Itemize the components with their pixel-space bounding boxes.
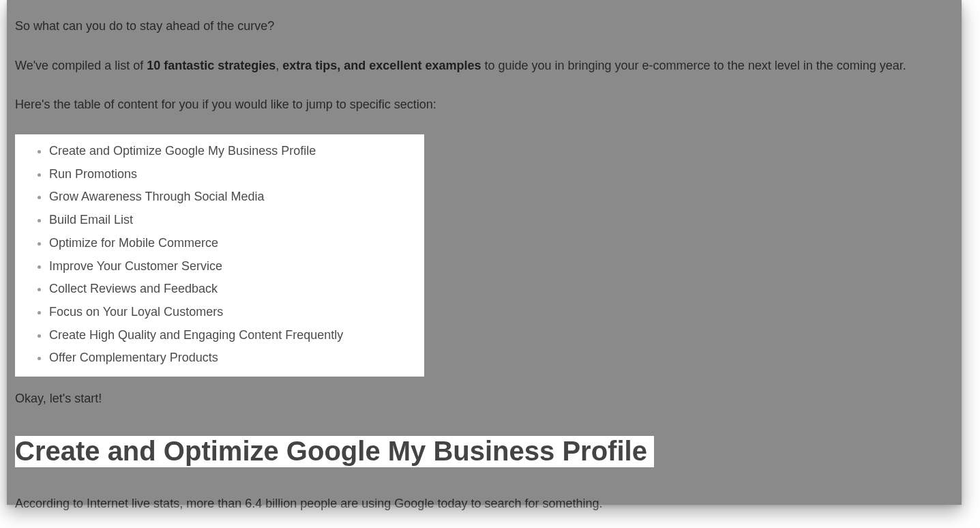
toc-item[interactable]: Collect Reviews and Feedback xyxy=(49,279,416,299)
toc-link[interactable]: Focus on Your Loyal Customers xyxy=(49,305,223,319)
intro-p2-bold1: 10 fantastic strategies xyxy=(147,59,276,72)
article-card: So what can you do to stay ahead of the … xyxy=(7,0,962,505)
toc-link[interactable]: Collect Reviews and Feedback xyxy=(49,282,218,295)
toc-item[interactable]: Create High Quality and Engaging Content… xyxy=(49,325,416,346)
toc-item[interactable]: Run Promotions xyxy=(49,164,416,185)
intro-p2-lead: We've compiled a list of xyxy=(15,59,147,72)
toc-link[interactable]: Create and Optimize Google My Business P… xyxy=(49,144,316,158)
article-content: So what can you do to stay ahead of the … xyxy=(15,16,953,528)
section-body-lead: According to xyxy=(15,497,87,510)
section-heading-text: Create and Optimize Google My Business P… xyxy=(15,436,654,467)
intro-p2-comma: , xyxy=(276,59,282,72)
after-toc-paragraph: Okay, let's start! xyxy=(15,389,953,409)
toc-link[interactable]: Build Email List xyxy=(49,213,133,226)
toc-link[interactable]: Grow Awareness Through Social Media xyxy=(49,190,265,203)
toc-link[interactable]: Improve Your Customer Service xyxy=(49,259,222,273)
intro-p2-bold2: extra tips, and excellent examples xyxy=(282,59,481,72)
toc-link[interactable]: Offer Complementary Products xyxy=(49,351,218,364)
toc-item[interactable]: Improve Your Customer Service xyxy=(49,256,416,277)
table-of-contents: Create and Optimize Google My Business P… xyxy=(15,134,424,377)
intro-p2-tail: to guide you in bringing your e-commerce… xyxy=(481,59,906,72)
intro-paragraph-2: We've compiled a list of 10 fantastic st… xyxy=(15,56,953,76)
toc-link[interactable]: Run Promotions xyxy=(49,167,137,181)
toc-item[interactable]: Focus on Your Loyal Customers xyxy=(49,302,416,323)
section-body-tail: , more than 6.4 billion people are using… xyxy=(179,497,602,510)
section-heading: Create and Optimize Google My Business P… xyxy=(15,428,953,473)
section-body-paragraph: According to Internet live stats, more t… xyxy=(15,494,953,514)
toc-item[interactable]: Build Email List xyxy=(49,210,416,231)
intro-paragraph-1: So what can you do to stay ahead of the … xyxy=(15,16,953,37)
intro-paragraph-3: Here's the table of content for you if y… xyxy=(15,95,953,115)
toc-item[interactable]: Offer Complementary Products xyxy=(49,348,416,368)
toc-item[interactable]: Optimize for Mobile Commerce xyxy=(49,233,416,254)
toc-link[interactable]: Optimize for Mobile Commerce xyxy=(49,236,218,250)
toc-item[interactable]: Create and Optimize Google My Business P… xyxy=(49,141,416,162)
toc-item[interactable]: Grow Awareness Through Social Media xyxy=(49,187,416,207)
internet-live-stats-link[interactable]: Internet live stats xyxy=(87,497,179,510)
toc-link[interactable]: Create High Quality and Engaging Content… xyxy=(49,328,343,342)
